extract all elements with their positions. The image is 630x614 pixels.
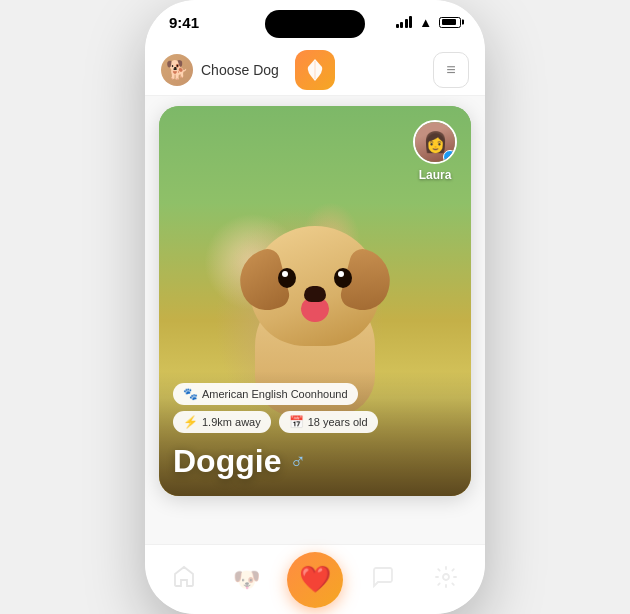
choose-dog-label: Choose Dog (201, 62, 279, 78)
choose-dog-button[interactable]: 🐕 Choose Dog (161, 54, 279, 86)
status-time: 9:41 (169, 14, 199, 31)
like-icon: ❤️ (299, 564, 331, 595)
nav-item-discover[interactable] (162, 558, 206, 602)
status-icons: ▲ (396, 15, 461, 30)
age-icon: 📅 (289, 415, 304, 429)
breed-label: American English Coonhound (202, 388, 348, 400)
dog-avatar: 🐕 (161, 54, 193, 86)
filter-icon: ≡ (446, 61, 455, 79)
dog-head (250, 226, 380, 346)
pets-icon: 🐶 (233, 567, 260, 593)
dynamic-island (265, 10, 365, 38)
dog-eye-left (278, 268, 296, 288)
wifi-icon: ▲ (419, 15, 432, 30)
discover-icon (172, 565, 196, 594)
distance-label: 1.9km away (202, 416, 261, 428)
app-logo (295, 50, 335, 90)
dog-card[interactable]: 👩 ✓ Laura 🐾 American English Coonhound (159, 106, 471, 496)
nav-item-like[interactable]: ❤️ (287, 552, 343, 608)
distance-icon: ⚡ (183, 415, 198, 429)
dog-name: Doggie (173, 443, 281, 480)
battery-fill (442, 19, 456, 25)
signal-icon (396, 16, 413, 28)
user-avatar-circle: 👩 ✓ (413, 120, 457, 164)
app-header: 🐕 Choose Dog ≡ (145, 44, 485, 96)
breed-badge-row: 🐾 American English Coonhound (173, 383, 457, 405)
dog-nose (304, 286, 326, 302)
card-user-avatar[interactable]: 👩 ✓ Laura (413, 120, 457, 182)
battery-icon (439, 17, 461, 28)
card-info-overlay: 🐾 American English Coonhound ⚡ 1.9km awa… (159, 371, 471, 496)
card-area: 👩 ✓ Laura 🐾 American English Coonhound (145, 96, 485, 544)
age-badge: 📅 18 years old (279, 411, 378, 433)
verified-badge: ✓ (443, 150, 457, 164)
breed-badge: 🐾 American English Coonhound (173, 383, 358, 405)
dog-eye-right (334, 268, 352, 288)
dog-name-row: Doggie ♂ (173, 443, 457, 480)
card-badges: 🐾 American English Coonhound ⚡ 1.9km awa… (173, 383, 457, 433)
phone-screen: 9:41 ▲ 🐕 Choose Dog (145, 0, 485, 614)
info-badge-row: ⚡ 1.9km away 📅 18 years old (173, 411, 457, 433)
user-name: Laura (419, 168, 452, 182)
nav-item-settings[interactable] (424, 558, 468, 602)
nav-item-messages[interactable] (361, 558, 405, 602)
app-content: 🐕 Choose Dog ≡ (145, 44, 485, 614)
gender-icon: ♂ (289, 449, 306, 475)
paw-icon: 🐾 (183, 387, 198, 401)
messages-icon (371, 565, 395, 594)
age-label: 18 years old (308, 416, 368, 428)
nav-item-pets[interactable]: 🐶 (225, 558, 269, 602)
status-bar: 9:41 ▲ (145, 0, 485, 44)
logo-icon (304, 57, 326, 83)
settings-icon (434, 565, 458, 594)
svg-point-0 (443, 574, 449, 580)
distance-badge: ⚡ 1.9km away (173, 411, 271, 433)
filter-button[interactable]: ≡ (433, 52, 469, 88)
phone-frame: 9:41 ▲ 🐕 Choose Dog (145, 0, 485, 614)
bottom-nav: 🐶 ❤️ (145, 544, 485, 614)
